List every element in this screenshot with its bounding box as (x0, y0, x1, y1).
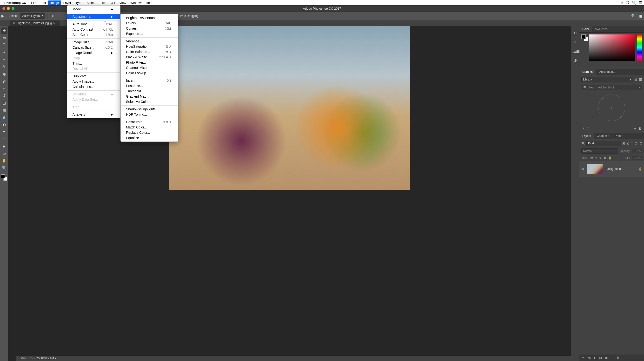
menu-item-auto-color[interactable]: Auto Color⇧⌘B (67, 32, 120, 37)
menubar-item-view[interactable]: View (117, 0, 128, 5)
layer-thumbnail[interactable] (587, 164, 603, 174)
new-layer-icon[interactable]: ▢ (610, 356, 614, 360)
menu-item-match-color[interactable]: Match Color... (121, 124, 178, 130)
menu-item-photo-filter[interactable]: Photo Filter... (121, 60, 178, 65)
menu-item-image-size[interactable]: Image Size...⌥⌘I (67, 40, 120, 45)
search-stock-input[interactable]: 🔍 Search Adobe Stock ▾ (581, 85, 642, 90)
group-icon[interactable]: ▣ (605, 356, 608, 360)
fx-icon[interactable]: ƒx (588, 356, 591, 360)
zoom-level[interactable]: 50% (20, 357, 26, 360)
history-panel-icon[interactable]: ↻ (574, 31, 577, 36)
lock-pixels-icon[interactable]: ✎ (595, 156, 597, 160)
gradient-tool[interactable]: ▦ (1, 107, 7, 113)
menu-item-adjustments[interactable]: Adjustments▶ (67, 14, 120, 19)
search-icon[interactable]: 🔍 (631, 14, 636, 18)
menu-item-hdr-toning[interactable]: HDR Toning... (121, 112, 178, 117)
list-view-icon[interactable]: ☰ (639, 78, 642, 82)
lasso-tool[interactable]: ⌒ (1, 42, 7, 48)
menu-item-auto-contrast[interactable]: Auto Contrast⌥⇧⌘L (67, 27, 120, 32)
menubar-item-window[interactable]: Window (128, 0, 144, 5)
layer-row-background[interactable]: 👁 Background 🔒 (580, 161, 644, 177)
swatches-tab[interactable]: Swatches (592, 26, 610, 32)
lock-artboard-icon[interactable]: ▣ (604, 156, 606, 160)
menu-item-brightness-contrast[interactable]: Brightness/Contrast... (121, 15, 178, 20)
menubar-item-file[interactable]: File (29, 0, 38, 5)
filter-adjust-icon[interactable]: ◐ (627, 142, 629, 145)
menu-item-canvas-size[interactable]: Canvas Size...⌥⌘C (67, 45, 120, 50)
menu-extras-icon[interactable]: ☰ (639, 1, 642, 4)
filter-kind-select[interactable]: Kind (586, 141, 621, 146)
path-select-tool[interactable]: ▶ (1, 143, 7, 150)
hand-tool[interactable]: ✋ (1, 158, 7, 164)
menu-item-exposure[interactable]: Exposure... (121, 31, 178, 36)
zoom-tool[interactable]: 🔍 (1, 165, 7, 171)
select-layers-dropdown[interactable]: Active Layers (20, 13, 45, 18)
layers-tab[interactable]: Layers (580, 133, 594, 139)
styles-panel-icon[interactable]: ◑ (574, 58, 577, 62)
filter-shape-icon[interactable]: ▢ (635, 142, 638, 145)
document-canvas[interactable] (169, 26, 410, 190)
opacity-value[interactable]: 100% (632, 149, 642, 153)
display-icon[interactable]: 🖵 (626, 1, 629, 4)
histogram-panel-icon[interactable]: ▁▃▅ (571, 49, 580, 53)
menu-item-shadows-highlights[interactable]: Shadows/Highlights... (121, 106, 178, 112)
menu-item-invert[interactable]: Invert⌘I (121, 78, 178, 83)
zoom-button[interactable] (12, 7, 14, 10)
color-tab[interactable]: Color (580, 26, 592, 32)
lock-position-icon[interactable]: ✥ (599, 156, 602, 160)
menu-item-auto-tone[interactable]: Auto Tone⇧⌘L (67, 22, 120, 27)
cloud-sync-icon[interactable]: ☁ (634, 127, 636, 130)
library-select[interactable]: Library (581, 77, 633, 82)
paths-tab[interactable]: Paths (612, 133, 625, 139)
spotlight-icon[interactable]: 🔍 (632, 1, 636, 4)
menu-item-calculations[interactable]: Calculations... (67, 84, 120, 90)
fgbg-colors[interactable] (1, 174, 7, 181)
menu-item-color-lookup[interactable]: Color Lookup... (121, 70, 178, 76)
menubar-item-layer[interactable]: Layer (61, 0, 74, 5)
marquee-tool[interactable]: ▭ (1, 35, 7, 41)
upload-asset-icon[interactable]: ⤴ (587, 127, 588, 130)
menu-item-equalize[interactable]: Equalize (121, 135, 178, 140)
minimize-button[interactable] (7, 7, 10, 10)
visibility-eye-icon[interactable]: 👁 (581, 167, 585, 171)
adjustments-tab[interactable]: Adjustments (596, 69, 618, 75)
menubar-item-help[interactable]: Help (144, 0, 154, 5)
brush-tool[interactable]: 🖌 (1, 78, 7, 84)
menu-item-black-white[interactable]: Black & White...⌥⇧⌘B (121, 54, 178, 60)
menu-item-selective-color[interactable]: Selective Color... (121, 99, 178, 104)
menu-item-analysis[interactable]: Analysis▶ (67, 112, 120, 117)
menu-item-mode[interactable]: Mode▶ (67, 6, 120, 12)
lock-all-icon[interactable]: 🔒 (608, 156, 612, 160)
stamp-tool[interactable]: ⌖ (1, 85, 7, 92)
filter-smart-icon[interactable]: ◫ (640, 142, 642, 145)
adjustment-layer-icon[interactable]: ◑ (599, 356, 602, 360)
menu-item-color-balance[interactable]: Color Balance...⌘B (121, 49, 178, 54)
libraries-tab[interactable]: Libraries (580, 69, 596, 75)
menu-item-trim[interactable]: Trim... (67, 61, 120, 66)
hue-strip[interactable] (637, 34, 642, 61)
shape-tool[interactable]: ▭ (1, 150, 7, 157)
eraser-tool[interactable]: ◫ (1, 100, 7, 106)
delete-asset-icon[interactable]: 🗑 (639, 127, 642, 130)
patch-tool[interactable]: ◍ (1, 71, 7, 77)
layer-name[interactable]: Background (606, 167, 621, 170)
document-tab[interactable]: ✕ Brightness_Contrast1.jpg @ 5... (10, 20, 60, 26)
blend-mode-select[interactable]: Normal (581, 148, 618, 154)
wand-tool[interactable]: ✦ (1, 49, 7, 56)
add-asset-icon[interactable]: ＋ (582, 126, 585, 130)
close-button[interactable] (2, 7, 5, 10)
fgbg-color-swatch[interactable] (581, 34, 587, 40)
dodge-tool[interactable]: ◐ (1, 122, 7, 128)
type-tool[interactable]: T (1, 136, 7, 142)
menubar-item-select[interactable]: Select (84, 0, 97, 5)
menu-item-apply-image[interactable]: Apply Image... (67, 79, 120, 84)
doc-info[interactable]: Doc: 22.8M/22.8M ▸ (30, 357, 56, 360)
menubar-item-3d[interactable]: 3D (109, 0, 117, 5)
channels-tab[interactable]: Channels (594, 133, 612, 139)
menubar-item-type[interactable]: Type (73, 0, 84, 5)
menu-item-desaturate[interactable]: Desaturate⇧⌘U (121, 119, 178, 124)
menu-item-levels[interactable]: Levels...⌘L (121, 20, 178, 26)
close-tab-icon[interactable]: ✕ (12, 22, 15, 25)
blur-tool[interactable]: 💧 (1, 114, 7, 120)
path-select-tool-icon[interactable]: ▶ (2, 14, 4, 18)
